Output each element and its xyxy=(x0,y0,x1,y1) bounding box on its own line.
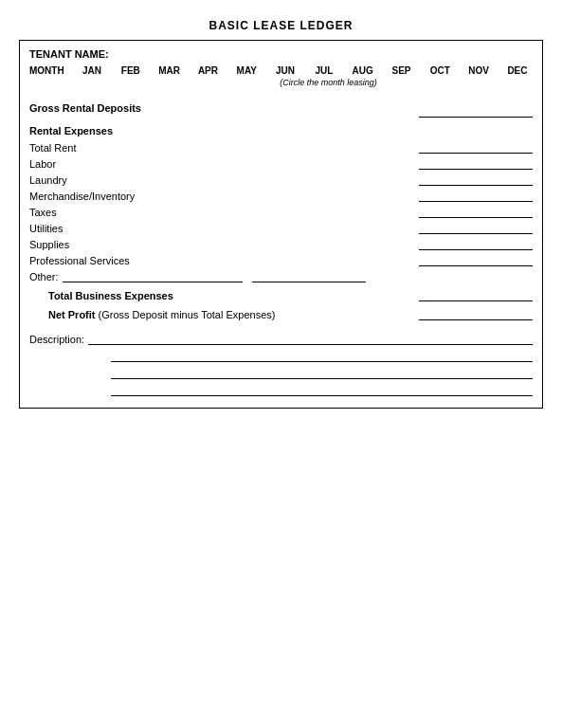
month-nov: NOV xyxy=(463,65,494,76)
month-jul: JUL xyxy=(309,65,339,76)
description-input[interactable] xyxy=(88,332,533,345)
description-section: Description: xyxy=(29,332,533,396)
description-row: Description: xyxy=(29,332,533,345)
expense-item-row: Utilities xyxy=(29,221,533,234)
expense-item-value[interactable] xyxy=(419,253,533,266)
circle-note: (Circle the month leasing) xyxy=(77,78,562,87)
expense-item-row: Merchandise/Inventory xyxy=(29,189,533,202)
month-label: MONTH xyxy=(29,65,77,76)
net-profit-label: Net Profit (Gross Deposit minus Total Ex… xyxy=(48,309,409,320)
total-expenses-value[interactable] xyxy=(419,288,533,301)
expense-item-value[interactable] xyxy=(419,221,533,234)
expense-item-label: Taxes xyxy=(29,207,409,218)
ledger-box: TENANT NAME: MONTH JANFEBMARAPRMAYJUNJUL… xyxy=(19,40,543,409)
month-header-row: MONTH JANFEBMARAPRMAYJUNJULAUGSEPOCTNOVD… xyxy=(29,65,533,76)
expense-item-value[interactable] xyxy=(419,156,533,170)
extra-description-line[interactable] xyxy=(111,366,533,379)
expense-item-label: Supplies xyxy=(29,239,409,250)
extra-lines-container xyxy=(29,349,533,396)
total-expenses-label: Total Business Expenses xyxy=(48,290,409,301)
expense-item-row: Labor xyxy=(29,156,533,170)
other-input-line[interactable] xyxy=(63,269,243,282)
expense-item-value[interactable] xyxy=(419,237,533,250)
description-label: Description: xyxy=(29,334,84,345)
month-apr: APR xyxy=(192,65,223,76)
expense-item-row: Total Rent xyxy=(29,140,533,154)
expense-item-label: Professional Services xyxy=(29,255,409,266)
expense-item-value[interactable] xyxy=(419,189,533,202)
expense-item-label: Total Rent xyxy=(29,142,409,154)
total-expenses-row: Total Business Expenses xyxy=(48,288,533,301)
month-jun: JUN xyxy=(270,65,300,76)
gross-rental-row: Gross Rental Deposits xyxy=(29,95,533,118)
tenant-name-label: TENANT NAME: xyxy=(29,48,533,60)
net-profit-row: Net Profit (Gross Deposit minus Total Ex… xyxy=(48,307,533,320)
other-label: Other: xyxy=(29,271,59,282)
other-value-line[interactable] xyxy=(252,269,366,282)
net-profit-value[interactable] xyxy=(419,307,533,320)
expense-item-row: Professional Services xyxy=(29,253,533,266)
gross-rental-value[interactable] xyxy=(419,104,533,118)
expense-item-row: Taxes xyxy=(29,205,533,218)
extra-description-line[interactable] xyxy=(111,383,533,396)
month-jan: JAN xyxy=(77,65,107,76)
month-may: MAY xyxy=(231,65,262,76)
month-dec: DEC xyxy=(502,65,533,76)
expense-item-row: Supplies xyxy=(29,237,533,250)
expense-items-container: Total RentLaborLaundryMerchandise/Invent… xyxy=(29,140,533,266)
extra-description-line[interactable] xyxy=(111,349,533,362)
gross-rental-title: Gross Rental Deposits xyxy=(29,102,409,114)
expense-item-label: Utilities xyxy=(29,223,409,234)
month-aug: AUG xyxy=(348,65,378,76)
month-sep: SEP xyxy=(387,65,417,76)
page-title: BASIC LEASE LEDGER xyxy=(19,19,543,32)
month-feb: FEB xyxy=(116,65,146,76)
months-grid: JANFEBMARAPRMAYJUNJULAUGSEPOCTNOVDEC xyxy=(77,65,533,76)
month-oct: OCT xyxy=(425,65,455,76)
month-mar: MAR xyxy=(154,65,185,76)
expense-item-value[interactable] xyxy=(419,173,533,186)
other-row: Other: xyxy=(29,269,533,282)
expense-item-label: Labor xyxy=(29,158,409,170)
expense-item-label: Laundry xyxy=(29,174,409,186)
rental-expenses-title: Rental Expenses xyxy=(29,125,533,136)
expense-item-label: Merchandise/Inventory xyxy=(29,191,409,202)
expense-item-value[interactable] xyxy=(419,205,533,218)
expense-item-row: Laundry xyxy=(29,173,533,186)
expense-item-value[interactable] xyxy=(419,140,533,154)
